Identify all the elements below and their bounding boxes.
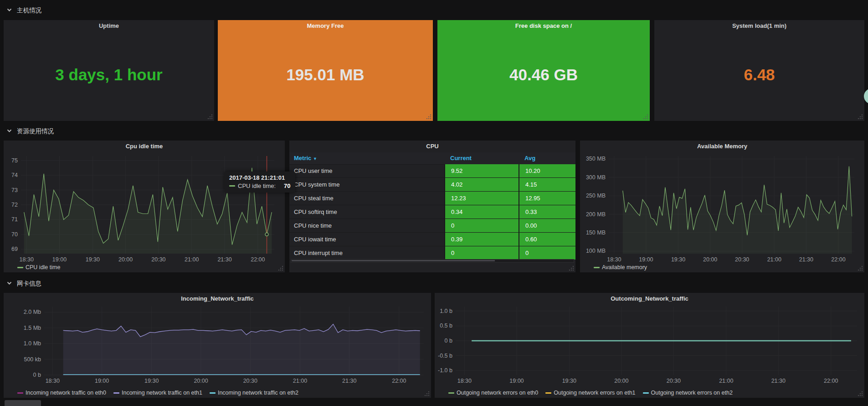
incoming-network-traffic-panel[interactable]: Incoming_Network_traffic0 b500 kb1.0 Mb1… bbox=[4, 293, 431, 398]
legend-dash-icon bbox=[594, 267, 600, 268]
svg-text:20:30: 20:30 bbox=[735, 256, 749, 263]
avg-value-cell: 10.20 bbox=[519, 164, 575, 177]
svg-text:22:00: 22:00 bbox=[392, 378, 406, 384]
section-row-hosts[interactable]: 主机情况 bbox=[6, 6, 41, 15]
svg-text:18:30: 18:30 bbox=[20, 256, 34, 263]
section-title: 资源使用情况 bbox=[17, 127, 54, 135]
panel-title[interactable]: Available Memory bbox=[580, 141, 864, 152]
current-value-cell: 12.23 bbox=[444, 192, 519, 205]
panel-resize-handle-icon[interactable] bbox=[569, 266, 574, 271]
legend-dash-icon bbox=[17, 392, 23, 394]
graph-tooltip: 2017-03-18 21:21:01 CPU idle time: 70 bbox=[225, 172, 295, 193]
avg-value-cell: 0 bbox=[519, 246, 575, 260]
tooltip-series-label: CPU idle time: bbox=[238, 182, 276, 189]
panel-title[interactable]: Outcoming_Network_traffic bbox=[435, 293, 864, 305]
panel-title[interactable]: Cpu idle time bbox=[4, 141, 285, 152]
panel-resize-handle-icon[interactable] bbox=[643, 115, 648, 120]
avg-value-cell: 0.33 bbox=[519, 205, 575, 219]
edge-floating-button[interactable] bbox=[864, 88, 868, 104]
current-value-cell: 0 bbox=[444, 219, 519, 232]
panel-resize-handle-icon[interactable] bbox=[858, 115, 863, 120]
svg-text:19:30: 19:30 bbox=[671, 256, 685, 263]
sort-caret-icon: ▼ bbox=[313, 156, 317, 161]
panel-resize-handle-icon[interactable] bbox=[208, 115, 213, 120]
svg-text:2.0 Mb: 2.0 Mb bbox=[24, 309, 41, 315]
legend-item[interactable]: Outgoing network errors on eth0 bbox=[448, 390, 538, 396]
svg-text:21:30: 21:30 bbox=[771, 378, 786, 384]
svg-text:1.0 b: 1.0 b bbox=[440, 308, 452, 314]
outgoing-network-traffic-panel[interactable]: Outcoming_Network_traffic-1.0 b-0.5 b0 b… bbox=[435, 293, 864, 398]
table-row[interactable]: CPU nice time00.00 bbox=[289, 219, 575, 233]
table-row[interactable]: CPU system time4.024.15 bbox=[289, 178, 575, 192]
column-header-avg[interactable]: Avg bbox=[519, 152, 575, 164]
panel-title[interactable]: Uptime bbox=[4, 20, 214, 32]
table-row[interactable]: CPU steal time12.2312.95 bbox=[289, 192, 575, 205]
table-header-row: Metric ▼ Current Avg bbox=[289, 152, 575, 165]
legend-item[interactable]: Outgoing network errors on eth2 bbox=[643, 390, 733, 396]
panel-title[interactable]: Free disk space on / bbox=[437, 20, 650, 32]
chevron-down-icon bbox=[6, 280, 12, 287]
available-memory-panel[interactable]: Available Memory100 MB150 MB200 MB250 MB… bbox=[580, 141, 864, 272]
current-value-cell: 0.39 bbox=[444, 233, 519, 246]
legend-dash-icon bbox=[448, 392, 454, 394]
table-row[interactable]: CPU iowait time0.390.60 bbox=[289, 233, 575, 246]
svg-text:19:00: 19:00 bbox=[95, 378, 109, 384]
cpu-idle-time-panel[interactable]: Cpu idle time6970717273747518:3019:0019:… bbox=[4, 141, 285, 272]
svg-text:21:30: 21:30 bbox=[799, 256, 813, 263]
svg-text:18:30: 18:30 bbox=[457, 378, 472, 384]
svg-text:71: 71 bbox=[11, 216, 18, 223]
metric-cell: CPU interrupt time bbox=[289, 246, 444, 260]
tooltip-value: 70 bbox=[284, 182, 290, 189]
table-row[interactable]: CPU interrupt time00 bbox=[289, 246, 575, 260]
panel-title[interactable]: Incoming_Network_traffic bbox=[4, 293, 431, 305]
incoming-plot-area[interactable]: 0 b500 kb1.0 Mb1.5 Mb2.0 Mb18:3019:0019:… bbox=[4, 293, 431, 398]
panel-title[interactable]: CPU bbox=[289, 141, 575, 152]
add-row-button[interactable] bbox=[5, 400, 41, 406]
legend-dash-icon bbox=[545, 392, 551, 394]
legend-item[interactable]: Outgoing network errors on eth1 bbox=[545, 390, 635, 396]
panel-resize-handle-icon[interactable] bbox=[278, 266, 283, 271]
chevron-down-icon bbox=[6, 128, 12, 135]
outgoing-plot-area[interactable]: -1.0 b-0.5 b0 b0.5 b1.0 b18:3019:0019:30… bbox=[435, 293, 864, 398]
stat-value: 3 days, 1 hour bbox=[55, 66, 162, 84]
svg-text:150 MB: 150 MB bbox=[586, 229, 606, 236]
svg-text:21:00: 21:00 bbox=[185, 256, 199, 263]
legend-item[interactable]: Incoming network traffic on eth0 bbox=[17, 390, 106, 396]
cpu-table-panel: CPU Metric ▼ Current Avg CPU user time9.… bbox=[289, 141, 575, 272]
legend-item[interactable]: CPU idle time bbox=[17, 264, 60, 271]
svg-text:20:30: 20:30 bbox=[151, 256, 165, 263]
panel-resize-handle-icon[interactable] bbox=[425, 391, 430, 396]
chart-legend: Available memory bbox=[594, 264, 647, 271]
section-row-resources[interactable]: 资源使用情况 bbox=[6, 127, 54, 135]
avg-value-cell: 4.15 bbox=[519, 178, 575, 191]
svg-text:300 MB: 300 MB bbox=[586, 174, 606, 181]
panel-title[interactable]: System load(1 min) bbox=[654, 20, 864, 32]
panel-resize-handle-icon[interactable] bbox=[858, 266, 863, 271]
legend-item[interactable]: Incoming network traffic on eth2 bbox=[210, 390, 298, 396]
svg-text:21:00: 21:00 bbox=[767, 256, 781, 263]
svg-text:0.5 b: 0.5 b bbox=[440, 323, 452, 329]
legend-dash-icon bbox=[643, 392, 649, 394]
svg-text:73: 73 bbox=[11, 187, 18, 193]
available-memory-plot-area[interactable]: 100 MB150 MB200 MB250 MB300 MB350 MB18:3… bbox=[580, 141, 864, 272]
cpu-idle-plot-area[interactable]: 6970717273747518:3019:0019:3020:0020:302… bbox=[4, 141, 285, 272]
avg-value-cell: 0.00 bbox=[519, 219, 575, 232]
metric-cell: CPU user time bbox=[289, 164, 444, 177]
metric-cell: CPU system time bbox=[289, 178, 444, 191]
column-header-metric[interactable]: Metric ▼ bbox=[289, 152, 444, 164]
section-title: 主机情况 bbox=[17, 6, 41, 15]
panel-resize-handle-icon[interactable] bbox=[426, 115, 431, 120]
metric-cell: CPU softirq time bbox=[289, 205, 444, 219]
legend-item[interactable]: Available memory bbox=[594, 264, 647, 271]
table-row[interactable]: CPU softirq time0.340.33 bbox=[289, 205, 575, 219]
panel-resize-handle-icon[interactable] bbox=[858, 391, 863, 396]
panel-title[interactable]: Memory Free bbox=[218, 20, 433, 32]
svg-text:20:00: 20:00 bbox=[194, 378, 208, 384]
table-horizontal-scrollbar[interactable] bbox=[291, 259, 574, 263]
section-row-network[interactable]: 网卡信息 bbox=[6, 280, 41, 288]
metric-cell: CPU iowait time bbox=[289, 233, 444, 246]
column-header-current[interactable]: Current bbox=[444, 152, 519, 164]
singlestat-uptime: Uptime 3 days, 1 hour bbox=[4, 20, 214, 121]
table-row[interactable]: CPU user time9.5210.20 bbox=[289, 164, 575, 178]
legend-item[interactable]: Incoming network traffic on eth1 bbox=[113, 390, 202, 396]
